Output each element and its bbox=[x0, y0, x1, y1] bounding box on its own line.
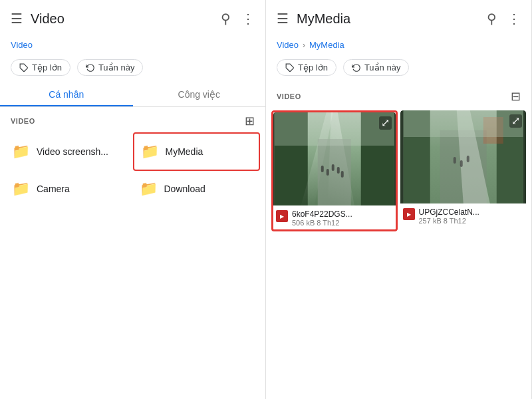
video2-expand-icon[interactable]: ⤢ bbox=[509, 114, 522, 128]
svg-rect-9 bbox=[327, 169, 329, 176]
right-breadcrumb-parent[interactable]: Video bbox=[277, 40, 299, 50]
video1-size: 506 kB 8 Th12 bbox=[292, 219, 352, 227]
right-header-icons: ⚲ ⋮ bbox=[487, 11, 521, 27]
folder-name-camera: Camera bbox=[37, 184, 70, 194]
video-item-1[interactable]: ⤢ 6koF4P22DGS... 506 kB 8 Th12 bbox=[271, 110, 398, 231]
svg-rect-19 bbox=[453, 157, 456, 164]
right-search-icon[interactable]: ⚲ bbox=[487, 11, 497, 27]
left-tabs: Cá nhân Công việc bbox=[0, 82, 265, 107]
tab-work[interactable]: Công việc bbox=[133, 82, 266, 106]
right-video-grid: ⤢ 6koF4P22DGS... 506 kB 8 Th12 bbox=[266, 108, 531, 234]
left-panel: ☰ Video ⚲ ⋮ Video Tệp lớn Tuần này Cá nh bbox=[0, 0, 266, 399]
left-search-icon[interactable]: ⚲ bbox=[221, 11, 231, 27]
right-filters: Tệp lớn Tuần này bbox=[266, 55, 531, 82]
left-section-label: VIDEO bbox=[11, 117, 35, 125]
video-thumb-1: ⤢ bbox=[273, 112, 396, 205]
right-menu-icon[interactable]: ☰ bbox=[277, 11, 289, 27]
right-filter-this-week-label: Tuần này bbox=[364, 63, 401, 72]
right-grid-toggle[interactable]: ⊟ bbox=[511, 89, 521, 104]
left-filters: Tệp lớn Tuần này bbox=[0, 55, 265, 82]
video1-meta: 6koF4P22DGS... 506 kB 8 Th12 bbox=[292, 209, 352, 227]
left-folder-grid: 📁 Video screensh... 📁 MyMedia 📁 Camera 📁… bbox=[0, 132, 265, 207]
svg-rect-10 bbox=[332, 164, 334, 171]
right-header: ☰ MyMedia ⚲ ⋮ bbox=[266, 0, 531, 37]
svg-rect-13 bbox=[275, 112, 394, 146]
right-filter-this-week[interactable]: Tuần này bbox=[343, 59, 410, 76]
right-breadcrumb-current: MyMedia bbox=[309, 40, 344, 50]
left-more-icon[interactable]: ⋮ bbox=[241, 11, 255, 27]
video2-meta: UPGjZCCelatN... 257 kB 8 Th12 bbox=[419, 207, 479, 225]
left-grid-toggle[interactable]: ⊞ bbox=[245, 114, 255, 128]
svg-rect-20 bbox=[460, 160, 462, 167]
left-filter-this-week-label: Tuần này bbox=[98, 63, 135, 72]
svg-rect-11 bbox=[337, 167, 340, 174]
video2-size: 257 kB 8 Th12 bbox=[419, 217, 479, 225]
video2-file-icon bbox=[403, 208, 415, 220]
video1-file-icon bbox=[276, 210, 288, 222]
right-more-icon[interactable]: ⋮ bbox=[507, 11, 521, 27]
right-title: MyMedia bbox=[297, 11, 479, 27]
svg-rect-12 bbox=[341, 171, 344, 178]
left-breadcrumb: Video bbox=[0, 37, 265, 55]
left-title: Video bbox=[31, 11, 213, 27]
breadcrumb-arrow: › bbox=[303, 41, 305, 50]
left-header-icons: ⚲ ⋮ bbox=[221, 11, 255, 27]
folder-video-screenshots[interactable]: 📁 Video screensh... bbox=[5, 132, 133, 171]
left-breadcrumb-link[interactable]: Video bbox=[11, 40, 33, 50]
folder-icon: 📁 bbox=[12, 143, 30, 160]
folder-camera[interactable]: 📁 Camera bbox=[5, 171, 133, 207]
video1-name: 6koF4P22DGS... bbox=[292, 209, 352, 219]
folder-mymedia[interactable]: 📁 MyMedia bbox=[133, 132, 261, 171]
video1-info: 6koF4P22DGS... 506 kB 8 Th12 bbox=[273, 205, 396, 229]
video-item-2[interactable]: ⤢ UPGjZCCelatN... 257 kB 8 Th12 bbox=[400, 110, 527, 231]
right-filter-large-file-label: Tệp lớn bbox=[298, 63, 328, 72]
folder-name-download: Download bbox=[164, 184, 205, 194]
left-section-header: VIDEO ⊞ bbox=[0, 107, 265, 132]
folder-download[interactable]: 📁 Download bbox=[133, 171, 261, 207]
video-thumb-2: ⤢ bbox=[400, 110, 527, 203]
right-panel: ☰ MyMedia ⚲ ⋮ Video › MyMedia Tệp lớn Tu… bbox=[266, 0, 532, 399]
tab-personal[interactable]: Cá nhân bbox=[0, 82, 133, 106]
video2-info: UPGjZCCelatN... 257 kB 8 Th12 bbox=[400, 203, 527, 227]
folder-name-mymedia: MyMedia bbox=[166, 146, 203, 157]
svg-rect-8 bbox=[321, 166, 324, 172]
right-section-label: VIDEO bbox=[277, 92, 301, 100]
svg-rect-7 bbox=[318, 139, 351, 205]
left-header: ☰ Video ⚲ ⋮ bbox=[0, 0, 265, 37]
svg-rect-23 bbox=[403, 110, 523, 137]
folder-icon: 📁 bbox=[140, 180, 158, 198]
svg-rect-21 bbox=[466, 156, 469, 162]
folder-icon: 📁 bbox=[141, 143, 159, 160]
right-filter-large-file[interactable]: Tệp lớn bbox=[277, 59, 336, 76]
right-section-header: VIDEO ⊟ bbox=[266, 82, 531, 108]
video2-name: UPGjZCCelatN... bbox=[419, 207, 479, 217]
left-filter-large-file-label: Tệp lớn bbox=[32, 63, 62, 72]
left-menu-icon[interactable]: ☰ bbox=[11, 11, 23, 27]
video1-expand-icon[interactable]: ⤢ bbox=[379, 116, 392, 130]
left-filter-large-file[interactable]: Tệp lớn bbox=[11, 59, 70, 76]
folder-name-video-screenshots: Video screensh... bbox=[37, 146, 108, 157]
folder-icon: 📁 bbox=[12, 180, 30, 198]
right-breadcrumb: Video › MyMedia bbox=[266, 37, 531, 55]
left-filter-this-week[interactable]: Tuần này bbox=[77, 59, 144, 76]
